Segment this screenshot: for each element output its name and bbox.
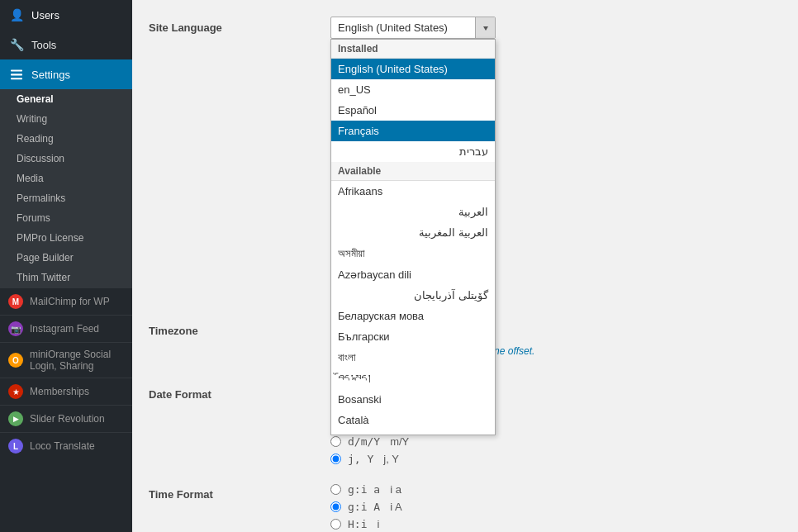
option-arabic-ma[interactable]: العربية المغربية xyxy=(331,222,495,243)
svg-rect-1 xyxy=(11,74,22,75)
option-francais[interactable]: Français xyxy=(331,121,495,141)
date-format-option-5: j, Y j, Y xyxy=(330,453,781,465)
site-language-row: Site Language English (United States) In… xyxy=(149,17,781,39)
submenu-general[interactable]: General xyxy=(0,89,132,109)
mailchimp-icon: M xyxy=(8,294,23,309)
svg-rect-2 xyxy=(11,78,22,79)
option-catalan[interactable]: Català xyxy=(331,410,495,430)
memberships-icon: ★ xyxy=(8,384,23,399)
sidebar-item-tools[interactable]: 🔧 Tools xyxy=(0,30,132,59)
option-bulgarian[interactable]: Български xyxy=(331,326,495,347)
site-language-dropdown-list[interactable]: Installed English (United States) en_US … xyxy=(330,39,496,435)
sidebar-item-loco-translate[interactable]: L Loco Translate xyxy=(0,432,132,459)
time-format-control: g:i a i a g:i A i A H:i i Custom: Previe… xyxy=(330,483,781,532)
option-assamese[interactable]: অসমীয়া xyxy=(331,243,495,264)
option-en_US[interactable]: en_US xyxy=(331,79,495,100)
site-language-dropdown-wrapper: English (United States) Installed Englis… xyxy=(330,17,496,39)
option-en-us[interactable]: English (United States) xyxy=(331,59,495,79)
site-language-dropdown-btn[interactable]: English (United States) xyxy=(330,17,496,39)
time-format-option-3: H:i i xyxy=(330,518,781,530)
site-language-control: English (United States) Installed Englis… xyxy=(330,17,781,39)
miniorange-icon: O xyxy=(8,353,23,368)
submenu-discussion[interactable]: Discussion xyxy=(0,149,132,169)
time-format-row: Time Format g:i a i a g:i A i A H:i i Cu… xyxy=(149,483,781,532)
submenu-media[interactable]: Media xyxy=(0,169,132,188)
sidebar-item-mailchimp[interactable]: M MailChimp for WP xyxy=(0,287,132,315)
instagram-icon: 📷 xyxy=(8,321,23,336)
sidebar-item-settings[interactable]: Settings xyxy=(0,59,132,89)
option-cebuano[interactable]: Cebuano xyxy=(331,430,495,435)
submenu-permalinks[interactable]: Permalinks xyxy=(0,188,132,208)
option-azerbaijani-tr[interactable]: گۆیتلی آذربایجان xyxy=(331,285,495,306)
sidebar-item-users[interactable]: 👤 Users xyxy=(0,0,132,30)
option-afrikaans[interactable]: Afrikaans xyxy=(331,181,495,202)
option-arabic[interactable]: العربية xyxy=(331,202,495,222)
time-format-label: Time Format xyxy=(149,483,314,501)
timezone-label: Timezone xyxy=(149,320,314,337)
option-belarusian[interactable]: Беларуская мова xyxy=(331,306,495,326)
loco-translate-icon: L xyxy=(8,439,23,454)
installed-group-label: Installed xyxy=(331,40,495,59)
sidebar: 👤 Users 🔧 Tools Settings General Writing… xyxy=(0,0,132,532)
settings-icon xyxy=(8,66,25,83)
time-format-radio-3[interactable] xyxy=(330,519,341,530)
users-icon: 👤 xyxy=(8,7,25,23)
option-azerbaijani[interactable]: Azərbaycan dili xyxy=(331,264,495,285)
slider-revolution-icon: ▶ xyxy=(8,411,23,426)
date-format-option-4: d/m/Y m/Y xyxy=(330,435,781,448)
available-group-label: Available xyxy=(331,162,495,181)
settings-submenu: General Writing Reading Discussion Media… xyxy=(0,89,132,287)
option-espanol[interactable]: Español xyxy=(331,100,495,121)
sidebar-item-memberships[interactable]: ★ Memberships xyxy=(0,378,132,405)
time-format-option-2: g:i A i A xyxy=(330,501,781,513)
submenu-thim-twitter[interactable]: Thim Twitter xyxy=(0,268,132,287)
submenu-writing[interactable]: Writing xyxy=(0,109,132,129)
submenu-page-builder[interactable]: Page Builder xyxy=(0,248,132,268)
main-content: Site Language English (United States) In… xyxy=(132,0,798,532)
site-language-label: Site Language xyxy=(149,17,314,34)
sidebar-item-instagram[interactable]: 📷 Instagram Feed xyxy=(0,315,132,342)
submenu-pmpro-license[interactable]: PMPro License xyxy=(0,228,132,248)
sidebar-item-slider-revolution[interactable]: ▶ Slider Revolution xyxy=(0,405,132,432)
date-format-radio-5[interactable] xyxy=(330,454,341,464)
time-format-option-1: g:i a i a xyxy=(330,483,781,496)
date-format-label: Date Format xyxy=(149,383,314,401)
option-tibetan[interactable]: བོད་སྐད། xyxy=(331,368,495,389)
time-format-radio-2[interactable] xyxy=(330,501,341,512)
svg-rect-0 xyxy=(11,69,22,71)
time-format-radio-1[interactable] xyxy=(330,484,341,495)
submenu-forums[interactable]: Forums xyxy=(0,208,132,228)
date-format-radio-4[interactable] xyxy=(330,436,341,447)
tools-icon: 🔧 xyxy=(8,36,25,53)
submenu-reading[interactable]: Reading xyxy=(0,129,132,149)
option-bengali[interactable]: বাংলা xyxy=(331,347,495,368)
option-hebrew[interactable]: עברית xyxy=(331,141,495,162)
sidebar-item-miniorange[interactable]: O miniOrange Social Login, Sharing xyxy=(0,342,132,378)
option-bosnian[interactable]: Bosanski xyxy=(331,389,495,410)
